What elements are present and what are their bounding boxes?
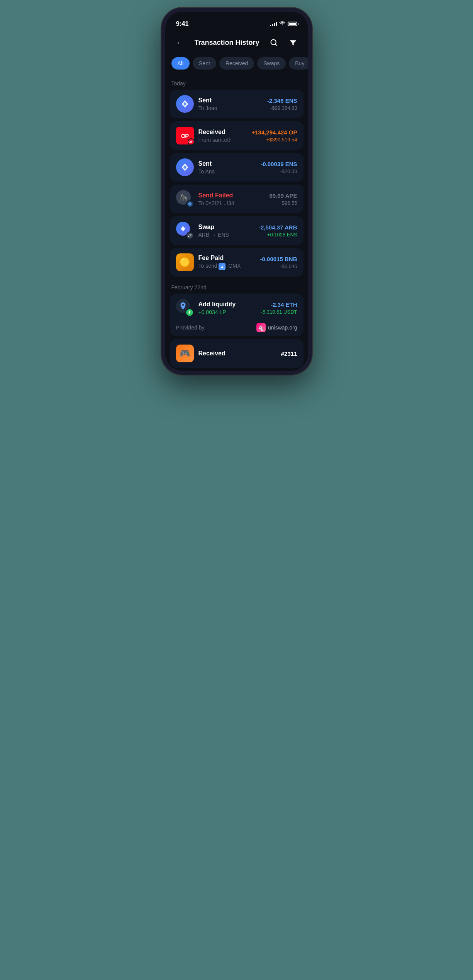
tx-amount: +134,294.424 OP: [251, 129, 297, 136]
back-arrow-icon: ←: [176, 38, 184, 47]
provided-by-label: Provided by: [176, 324, 205, 331]
tx-amount: #2311: [281, 350, 297, 357]
battery-icon: [288, 22, 297, 26]
phone-frame: 9:41 ← Transaction History: [161, 8, 312, 375]
tx-title: Send Failed: [198, 192, 234, 199]
swap-icon: [176, 222, 194, 239]
tx-subtitle: To 0×2f21...f34: [198, 200, 234, 206]
ape-icon: 🦍: [176, 190, 194, 208]
search-button[interactable]: [267, 36, 281, 49]
provided-by-section: Provided by 🦄 uniswap.org: [170, 319, 303, 336]
tx-usd: -$20.00: [280, 168, 297, 174]
status-icons: [270, 21, 297, 27]
tx-amount: 69.69 APE: [270, 192, 297, 199]
wifi-icon: [279, 21, 285, 27]
tx-title: Add liquidity: [198, 301, 236, 308]
transaction-item[interactable]: 🦍 Send Failed To 0×2f21...f34 69.69 APE …: [170, 185, 303, 213]
header-actions: [267, 36, 300, 49]
liquidity-icon: ₮: [176, 299, 194, 317]
tx-amount: -2,504.37 ARB: [259, 224, 297, 231]
tx-subtitle: ARB → ENS: [198, 232, 229, 238]
usdt-sub-icon: ₮: [185, 308, 194, 317]
transaction-item[interactable]: Sent To Ana -0.00039 ENS -$20.00: [170, 153, 303, 182]
tx-title: Received: [198, 129, 232, 136]
transaction-item[interactable]: OP OP Received From sam.eth +134,294.424…: [170, 121, 303, 150]
status-time: 9:41: [176, 20, 189, 28]
tx-usd: $96.55: [282, 200, 297, 206]
tx-usd: +$390,519.54: [266, 137, 297, 143]
ens-icon: [176, 95, 194, 113]
tx-title: Sent: [198, 160, 215, 167]
tx-usd: +0.1028 ENS: [267, 232, 297, 238]
ens-icon: [176, 158, 194, 176]
transaction-item[interactable]: Swap ARB → ENS -2,504.37 ARB +0.1028 ENS: [170, 216, 303, 245]
section-feb22: February 22nd: [170, 280, 303, 294]
tab-swaps[interactable]: Swaps: [257, 57, 286, 70]
tx-subtitle: To send ▲ GMX: [198, 263, 241, 270]
tab-buy[interactable]: Buy: [289, 57, 308, 70]
tx-title: Received: [198, 350, 225, 357]
transaction-item[interactable]: 🟡 Fee Paid To send ▲ GMX -0.00015 BNB -$…: [170, 248, 303, 277]
tab-all[interactable]: All: [171, 57, 190, 70]
tx-subtitle: +0.0034 LP: [198, 309, 236, 315]
back-button[interactable]: ←: [173, 36, 187, 49]
page-title: Transaction History: [194, 39, 259, 47]
provider-brand[interactable]: 🦄 uniswap.org: [256, 323, 297, 332]
nft-icon: 🎮: [176, 345, 194, 362]
tx-amount: -0.00039 ENS: [261, 161, 297, 167]
tx-usd: -$0.045: [280, 263, 297, 269]
transaction-list: Today Sent To Joao -2.346 ENS -$99,364.8…: [165, 76, 308, 368]
tx-amount: -0.00015 BNB: [260, 256, 297, 262]
tx-subtitle: To Ana: [198, 168, 215, 175]
filter-tabs: All Sent Received Swaps Buy Se: [165, 56, 308, 76]
transaction-item[interactable]: 🎮 Received #2311: [170, 339, 303, 368]
status-bar: 9:41: [165, 12, 308, 31]
tx-usd: -$99,364.83: [270, 105, 297, 111]
header: ← Transaction History: [165, 31, 308, 56]
tx-amount: -2.34 ETH: [271, 301, 297, 308]
tx-subtitle: To Joao: [198, 105, 217, 111]
gmx-inline-icon: ▲: [219, 263, 225, 270]
tx-title: Fee Paid: [198, 255, 241, 262]
tx-amount: -2.346 ENS: [267, 97, 297, 104]
tab-received[interactable]: Received: [219, 57, 254, 70]
op-icon: OP OP: [176, 127, 194, 144]
tab-sent[interactable]: Sent: [193, 57, 216, 70]
transaction-item[interactable]: ₮ Add liquidity +0.0034 LP -2.34 ETH -5,…: [170, 294, 303, 322]
transaction-item[interactable]: Sent To Joao -2.346 ENS -$99,364.83: [170, 90, 303, 118]
tx-title: Swap: [198, 224, 229, 231]
tx-title: Sent: [198, 97, 217, 104]
filter-button[interactable]: [286, 36, 300, 49]
bnb-icon: 🟡: [176, 253, 194, 271]
uniswap-logo-icon: 🦄: [256, 323, 266, 332]
signal-icon: [270, 22, 277, 26]
provider-name: uniswap.org: [268, 324, 297, 331]
section-today: Today: [170, 76, 303, 90]
tx-subtitle: From sam.eth: [198, 137, 232, 143]
tx-usd: -5,310.61 USDT: [261, 309, 297, 315]
